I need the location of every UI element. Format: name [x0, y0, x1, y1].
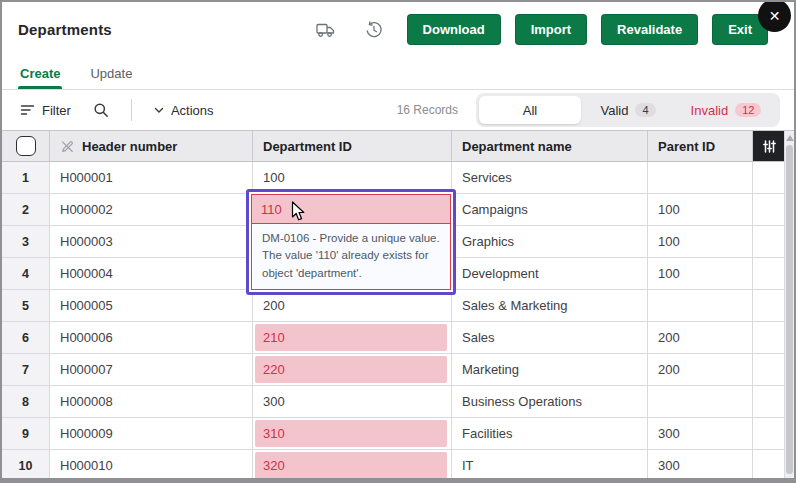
cell-header-number[interactable]: H000006	[50, 322, 253, 353]
toolbar-divider	[131, 99, 132, 121]
data-grid: Header number Department ID Department n…	[2, 130, 794, 478]
scrollbar-thumb[interactable]	[786, 145, 793, 474]
tab-bar: Create Update	[2, 57, 794, 90]
cell-parent-id[interactable]: 100	[648, 226, 753, 257]
column-header-header-number[interactable]: Header number	[50, 131, 253, 161]
invalid-cell-highlight: 210	[255, 324, 447, 351]
select-all-checkbox[interactable]	[16, 136, 36, 156]
tab-create[interactable]: Create	[20, 57, 60, 89]
close-button[interactable]: ✕	[758, 0, 791, 32]
cell-department-name[interactable]: Services	[452, 162, 648, 193]
row-number[interactable]: 6	[2, 322, 50, 353]
cell-department-id[interactable]: 220	[253, 354, 452, 385]
filter-label: Filter	[42, 103, 71, 118]
row-number[interactable]: 10	[2, 450, 50, 481]
departments-sheet-window: Departments Download Import	[0, 0, 796, 483]
cell-department-name[interactable]: Development	[452, 258, 648, 289]
row-number[interactable]: 5	[2, 290, 50, 321]
cell-parent-id[interactable]	[648, 386, 753, 417]
cell-header-number[interactable]: H000007	[50, 354, 253, 385]
cell-parent-id[interactable]: 100	[648, 194, 753, 225]
cell-header-number[interactable]: H000003	[50, 226, 253, 257]
search-icon	[93, 102, 109, 118]
history-button[interactable]	[363, 19, 385, 41]
cell-department-name[interactable]: Sales & Marketing	[452, 290, 648, 321]
column-header-department-id[interactable]: Department ID	[253, 131, 452, 161]
truck-icon	[316, 22, 335, 38]
history-icon	[365, 21, 383, 39]
tab-update[interactable]: Update	[90, 57, 132, 89]
selected-invalid-cell[interactable]: 110	[252, 195, 450, 224]
invalid-cell-highlight: 320	[255, 452, 447, 479]
invalid-cell-highlight: 220	[255, 356, 447, 383]
search-button[interactable]	[89, 98, 113, 122]
cell-department-name[interactable]: Facilities	[452, 418, 648, 449]
table-header-row: Header number Department ID Department n…	[2, 131, 794, 162]
cell-department-name[interactable]: Business Operations	[452, 386, 648, 417]
close-icon: ✕	[769, 8, 781, 24]
records-count: 16 Records	[397, 103, 458, 117]
actions-label: Actions	[171, 103, 214, 118]
actions-button[interactable]: Actions	[150, 99, 218, 122]
error-message-line: object 'department'.	[262, 265, 440, 282]
filter-lines-icon	[20, 103, 35, 117]
segment-all[interactable]: All	[479, 96, 581, 124]
cell-header-number[interactable]: H000001	[50, 162, 253, 193]
cell-department-name[interactable]: Sales	[452, 322, 648, 353]
invalid-cell-group: 110 DM-0106 - Provide a unique value. Th…	[251, 194, 451, 290]
cell-header-number[interactable]: H000010	[50, 450, 253, 481]
vertical-scrollbar[interactable]	[784, 131, 794, 478]
column-header-department-name[interactable]: Department name	[452, 131, 648, 161]
row-number[interactable]: 7	[2, 354, 50, 385]
row-number[interactable]: 8	[2, 386, 50, 417]
cell-header-number[interactable]: H000004	[50, 258, 253, 289]
table-row: 10H000010320IT300	[2, 450, 794, 482]
segment-invalid[interactable]: Invalid 12	[675, 96, 777, 124]
cell-parent-id[interactable]: 200	[648, 354, 753, 385]
download-button[interactable]: Download	[407, 14, 501, 45]
cell-parent-id[interactable]: 300	[648, 450, 753, 481]
cell-header-number[interactable]: H000009	[50, 418, 253, 449]
row-number[interactable]: 1	[2, 162, 50, 193]
toolbar: Filter Actions 16 Records All	[2, 90, 794, 130]
filter-button[interactable]: Filter	[16, 99, 75, 122]
cell-department-id[interactable]: 320	[253, 450, 452, 481]
scroll-up-arrow[interactable]	[786, 135, 794, 141]
cell-parent-id[interactable]: 100	[648, 258, 753, 289]
valid-count-badge: 4	[635, 103, 655, 117]
cell-parent-id[interactable]: 300	[648, 418, 753, 449]
cell-parent-id[interactable]	[648, 162, 753, 193]
validation-error-popover: DM-0106 - Provide a unique value. The va…	[252, 224, 450, 289]
cell-parent-id[interactable]: 200	[648, 322, 753, 353]
cell-department-name[interactable]: Graphics	[452, 226, 648, 257]
cell-header-number[interactable]: H000002	[50, 194, 253, 225]
error-message-line: DM-0106 - Provide a unique value.	[262, 230, 440, 247]
row-number[interactable]: 4	[2, 258, 50, 289]
cell-department-id[interactable]: 210	[253, 322, 452, 353]
row-number[interactable]: 2	[2, 194, 50, 225]
truck-button[interactable]	[314, 20, 337, 40]
sliders-icon	[762, 139, 777, 154]
cell-header-number[interactable]: H000008	[50, 386, 253, 417]
table-row: 8H000008300Business Operations	[2, 386, 794, 418]
column-settings-button[interactable]	[753, 131, 785, 161]
error-message-line: The value '110' already exists for	[262, 247, 440, 264]
column-header-parent-id[interactable]: Parent ID	[648, 131, 753, 161]
table-row: 9H000009310Facilities300	[2, 418, 794, 450]
cell-parent-id[interactable]	[648, 290, 753, 321]
row-number[interactable]: 3	[2, 226, 50, 257]
segment-valid[interactable]: Valid 4	[581, 96, 675, 124]
invalid-cell-highlight: 310	[255, 420, 447, 447]
import-button[interactable]: Import	[515, 14, 587, 45]
revalidate-button[interactable]: Revalidate	[601, 14, 698, 45]
cell-department-id[interactable]: 300	[253, 386, 452, 417]
row-number[interactable]: 9	[2, 418, 50, 449]
chevron-down-icon	[154, 107, 164, 114]
cell-department-id[interactable]: 310	[253, 418, 452, 449]
cell-header-number[interactable]: H000005	[50, 290, 253, 321]
cell-department-name[interactable]: Marketing	[452, 354, 648, 385]
table-row: 7H000007220Marketing200	[2, 354, 794, 386]
table-row: 6H000006210Sales200	[2, 322, 794, 354]
cell-department-name[interactable]: Campaigns	[452, 194, 648, 225]
cell-department-name[interactable]: IT	[452, 450, 648, 481]
